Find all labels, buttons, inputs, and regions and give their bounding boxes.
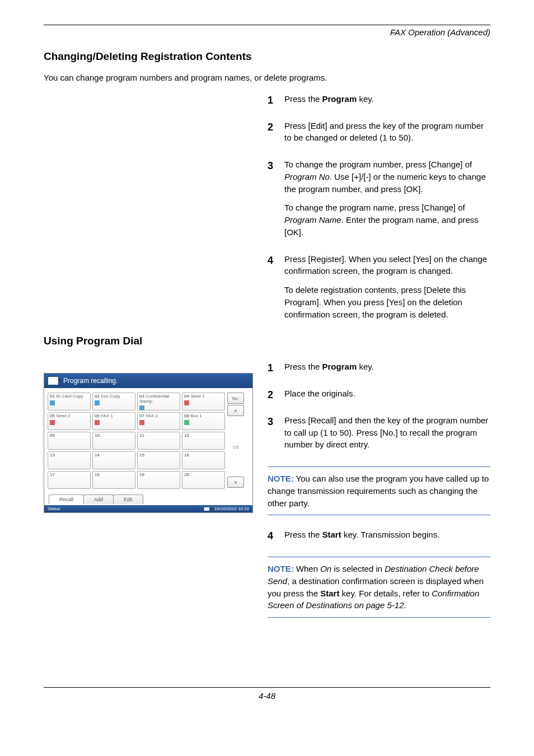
scroll-up-button[interactable]: ∧ [227, 405, 244, 416]
step-number: 2 [268, 388, 284, 402]
step-number: 1 [268, 93, 284, 108]
scroll-down-button[interactable]: ∨ [227, 477, 244, 488]
fax-icon [139, 420, 144, 425]
program-cell[interactable]: 10 [92, 432, 135, 450]
program-cell[interactable]: 08 Box 1 [182, 412, 225, 430]
send-icon [184, 400, 189, 405]
step-number: 4 [268, 529, 284, 543]
program-cell[interactable]: 07 FAX 2 [137, 412, 180, 430]
step-text: Press the Program key. [284, 93, 490, 112]
step-text: Place the originals. [284, 388, 490, 407]
heading-using-program-dial: Using Program Dial [44, 335, 490, 347]
step-text: Press [Edit] and press the key of the pr… [284, 120, 490, 151]
program-cell[interactable]: 13 [48, 451, 91, 469]
step-text: Press the Program key. [284, 361, 490, 380]
toner-icon: ▮▮▮ [204, 506, 209, 511]
heading-changing-deleting: Changing/Deleting Registration Contents [44, 50, 490, 63]
program-cell[interactable]: 18 [92, 471, 135, 489]
step-number: 4 [268, 253, 284, 268]
program-cell[interactable]: 17 [48, 471, 91, 489]
program-cell[interactable]: 06 FAX 1 [92, 412, 135, 430]
note-box: NOTE: You can also use the program you h… [268, 466, 490, 515]
copy-icon [50, 400, 55, 405]
tab-add[interactable]: Add [83, 494, 114, 504]
box-icon [184, 420, 189, 425]
step-text: Press [Recall] and then the key of the p… [284, 414, 490, 458]
step-text: To change the program number, press [Cha… [284, 158, 490, 245]
step-text: Press the Start key. Transmission begins… [284, 529, 490, 548]
program-cell[interactable]: 05 Send 2 [48, 412, 91, 430]
send-icon [50, 420, 55, 425]
program-cell[interactable]: 14 [92, 451, 135, 469]
program-cell[interactable]: 04 Send 1 [182, 393, 225, 410]
tab-recall[interactable]: Recall [49, 494, 84, 504]
program-cell[interactable]: 15 [137, 451, 180, 469]
arrow-icon [48, 376, 59, 385]
running-head: FAX Operation (Advanced) [44, 27, 490, 37]
note-box: NOTE: When On is selected in Destination… [268, 557, 490, 618]
fax-icon [95, 420, 100, 425]
program-cell[interactable]: 01 ID Card Copy [48, 393, 91, 410]
note-label: NOTE: [268, 474, 294, 483]
status-label[interactable]: Status [48, 506, 60, 511]
page-number: 4-48 [44, 687, 490, 701]
program-cell[interactable]: 19 [137, 471, 180, 489]
program-cell[interactable]: 12 [182, 432, 225, 450]
program-cell[interactable]: 20 [182, 471, 225, 489]
device-screenshot: Program recalling. 01 ID Card Copy02 Eco… [44, 373, 253, 513]
screenshot-title: Program recalling. [63, 377, 118, 385]
program-grid: 01 ID Card Copy02 Eco Copy03 Confidentia… [48, 393, 225, 489]
intro-paragraph: You can change program numbers and progr… [44, 72, 490, 84]
program-cell[interactable]: 03 Confidential Stamp [137, 393, 180, 410]
program-cell[interactable]: 02 Eco Copy [92, 393, 135, 410]
status-timestamp: 10/10/2010 10:10 [214, 506, 249, 511]
step-number: 1 [268, 361, 284, 375]
step-number: 3 [268, 158, 284, 173]
tab-edit[interactable]: Edit [113, 494, 143, 504]
number-button[interactable]: No. [227, 393, 244, 404]
program-cell[interactable]: 09 [48, 432, 91, 450]
copy-icon [139, 405, 144, 410]
step-number: 2 [268, 120, 284, 134]
step-text: Press [Register]. When you select [Yes] … [284, 253, 490, 328]
step-number: 3 [268, 414, 284, 429]
program-cell[interactable]: 16 [182, 451, 225, 469]
program-cell[interactable]: 11 [137, 432, 180, 450]
screenshot-titlebar: Program recalling. [44, 374, 252, 388]
page-indicator: 1/3 [227, 417, 244, 477]
note-label: NOTE: [268, 564, 294, 573]
copy-icon [95, 400, 100, 405]
